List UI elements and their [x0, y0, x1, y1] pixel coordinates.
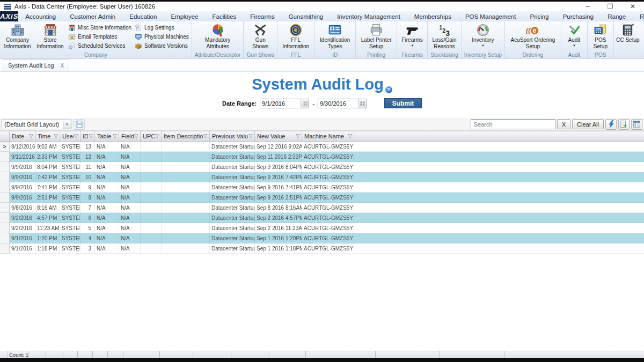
column-header-user[interactable]: User	[60, 131, 80, 141]
ribbon-tab-gunsmithing[interactable]: Gunsmithing	[282, 11, 331, 21]
ribbon-tab-range[interactable]: Range	[601, 11, 633, 21]
row-count: Count: 11	[8, 351, 28, 358]
app-logo: AXiS	[0, 11, 18, 21]
date-to-field[interactable]	[318, 99, 367, 108]
ribbon-button-misc-store-information[interactable]: Misc Store Information	[68, 23, 131, 32]
column-header-time[interactable]: Time	[35, 131, 60, 141]
help-icon[interactable]: ?	[385, 86, 392, 93]
ribbon-tab-employee[interactable]: Employee	[164, 11, 205, 21]
ribbon-button-cc-setup[interactable]: CC Setup	[615, 22, 641, 43]
column-header-item-description[interactable]: Item Description	[162, 131, 210, 141]
ribbon-button-ffl-information[interactable]: FFL Information	[279, 22, 313, 49]
ribbon-group-ffl: FFL InformationFFL	[277, 21, 314, 58]
filter-funnel-icon[interactable]	[74, 134, 79, 139]
cell-upc	[141, 162, 162, 172]
column-chooser-button[interactable]	[631, 119, 642, 130]
column-header-new-value[interactable]: New Value	[255, 131, 302, 141]
ribbon-button-log-settings[interactable]: Log Settings	[135, 23, 189, 32]
ribbon-tab-education[interactable]: Education	[122, 11, 164, 21]
table-row[interactable]: 9/2/20164:57 PMSYSTEM6N/AN/ADatacenter S…	[0, 213, 644, 223]
tab-system-audit-log[interactable]: System Audit Log X	[3, 59, 69, 71]
column-header-table[interactable]: Table	[95, 131, 119, 141]
ribbon-tab-pricing[interactable]: Pricing	[523, 11, 556, 21]
filter-funnel-icon[interactable]	[134, 134, 139, 139]
filter-funnel-icon[interactable]	[155, 134, 160, 139]
filter-funnel-icon[interactable]	[203, 134, 208, 139]
calendar-dropdown-icon[interactable]	[301, 99, 309, 108]
flash-filter-button[interactable]	[605, 119, 617, 130]
ribbon-button-firearms[interactable]: Firearms▼	[398, 22, 426, 47]
ribbon-button-inventory[interactable]: Inventory▼	[466, 22, 500, 47]
table-row[interactable]: 9/1/20161:18 PMSYSTEM3N/AN/ADatacenter S…	[0, 243, 644, 254]
filter-funnel-icon[interactable]	[295, 134, 301, 139]
row-indicator	[0, 233, 10, 243]
ribbon-button-payment-terminal-setup[interactable]: Payment Terminal Setup	[641, 22, 644, 49]
column-header-machine-name[interactable]: Machine Name	[302, 131, 354, 141]
date-from-input[interactable]	[260, 99, 301, 108]
ribbon-tab-firearms[interactable]: Firearms	[243, 11, 281, 21]
ribbon-tab-memberships[interactable]: Memberships	[407, 11, 458, 21]
filter-funnel-icon[interactable]	[88, 134, 93, 139]
ribbon-button-pos-setup[interactable]: POS Setup	[589, 22, 612, 49]
ribbon-tab-customer-admin[interactable]: Customer Admin	[63, 11, 122, 21]
table-row[interactable]: 9/9/20167:42 PMSYSTEM10N/AN/ADatacenter …	[0, 172, 644, 182]
ribbon-button-label-printer-setup[interactable]: Label Printer Setup	[357, 22, 396, 49]
table-row[interactable]: 9/9/20167:41 PMSYSTEM9N/AN/ADatacenter S…	[0, 182, 644, 193]
table-row[interactable]: 9/9/20168:04 PMSYSTEM11N/AN/ADatacenter …	[0, 162, 644, 172]
ribbon-tab-inventory-management[interactable]: Inventory Management	[330, 11, 407, 21]
filter-funnel-icon[interactable]	[53, 134, 58, 139]
ribbon-tab-pos-management[interactable]: POS Management	[458, 11, 523, 21]
column-header-upc[interactable]: UPC	[141, 131, 162, 141]
filter-funnel-icon[interactable]	[248, 134, 253, 139]
ribbon-tab-accounting[interactable]: Accounting	[18, 11, 63, 21]
table-row[interactable]: 9/1/20161:20 PMSYSTEM4N/AN/ADatacenter S…	[0, 233, 644, 243]
ribbon-button-audit[interactable]: Audit▼	[562, 22, 586, 47]
date-to-input[interactable]	[318, 99, 358, 108]
ribbon-button-store-information[interactable]: Store Information	[34, 22, 67, 49]
ribbon-button-loss-gain-reasons[interactable]: 123Loss/Gain Reasons	[430, 22, 459, 49]
svg-text:((: ((	[526, 26, 531, 34]
ribbon-button-acusport-ordering-setup[interactable]: ((eAcuSport Ordering Setup	[506, 22, 560, 49]
filter-funnel-icon[interactable]	[28, 134, 34, 139]
minimize-icon[interactable]: –	[576, 2, 599, 11]
status-cell	[0, 351, 8, 358]
table-row[interactable]: 9/8/20168:16 AMSYSTEM7N/AN/ADatacenter S…	[0, 203, 644, 213]
close-icon[interactable]: ✕	[621, 2, 644, 11]
table-row[interactable]: >9/12/20169:02 AMSYSTEM13N/AN/ADatacente…	[0, 142, 644, 152]
ribbon-tab-receiving[interactable]: Receiving	[633, 11, 644, 21]
maximize-icon[interactable]: ❐	[599, 2, 621, 11]
save-layout-button[interactable]	[74, 119, 85, 130]
ribbon-group-label: Company	[1, 51, 191, 58]
export-button[interactable]	[618, 119, 630, 130]
ribbon-button-company-information[interactable]: Company Information	[1, 22, 34, 49]
ribbon-button-physical-machines[interactable]: Physical Machines	[135, 32, 189, 41]
filter-funnel-icon[interactable]	[112, 134, 118, 139]
calendar-dropdown-icon[interactable]	[358, 99, 367, 108]
ribbon-tab-facilities[interactable]: Facilities	[206, 11, 244, 21]
filter-funnel-icon[interactable]	[347, 134, 353, 139]
ribbon-button-scheduled-services[interactable]: Scheduled Services	[68, 41, 131, 50]
grid-layout-select[interactable]: (Default Grid Layout) ▼	[2, 120, 71, 129]
date-from-field[interactable]	[260, 99, 309, 108]
chevron-down-icon[interactable]: ▼	[63, 120, 71, 129]
column-header-field[interactable]: Field	[119, 131, 141, 141]
submit-button[interactable]: Submit	[384, 98, 422, 108]
ribbon-button-mandatory-attributes[interactable]: Mandatory Attributes	[200, 22, 236, 49]
ribbon-button-gun-shows[interactable]: Gun Shows	[247, 22, 273, 49]
table-row[interactable]: 9/9/20162:51 PMSYSTEM8N/AN/ADatacenter S…	[0, 193, 644, 203]
column-header-id[interactable]: ID	[80, 131, 95, 141]
clear-search-button[interactable]: X	[557, 119, 570, 129]
ribbon-button-software-versions[interactable]: Software Versions	[135, 41, 189, 50]
column-header-label: UPC	[143, 133, 155, 139]
column-header-date[interactable]: Date	[10, 131, 35, 141]
cell-filler	[354, 162, 644, 172]
ribbon-button-identification-types[interactable]: Identification Types	[316, 22, 354, 49]
ribbon-tab-purchasing[interactable]: Purchasing	[556, 11, 601, 21]
table-row[interactable]: 9/11/20162:33 PMSYSTEM12N/AN/ADatacenter…	[0, 152, 644, 162]
search-input[interactable]	[471, 119, 555, 129]
tab-close-icon[interactable]: X	[61, 63, 64, 69]
ribbon-button-email-templates[interactable]: Email Templates	[68, 32, 131, 41]
clear-all-button[interactable]: Clear All	[572, 119, 604, 129]
column-header-previous-value[interactable]: Previous Value	[210, 131, 255, 141]
table-row[interactable]: 9/2/201611:23 AMSYSTEM5N/AN/ADatacenter …	[0, 223, 644, 233]
